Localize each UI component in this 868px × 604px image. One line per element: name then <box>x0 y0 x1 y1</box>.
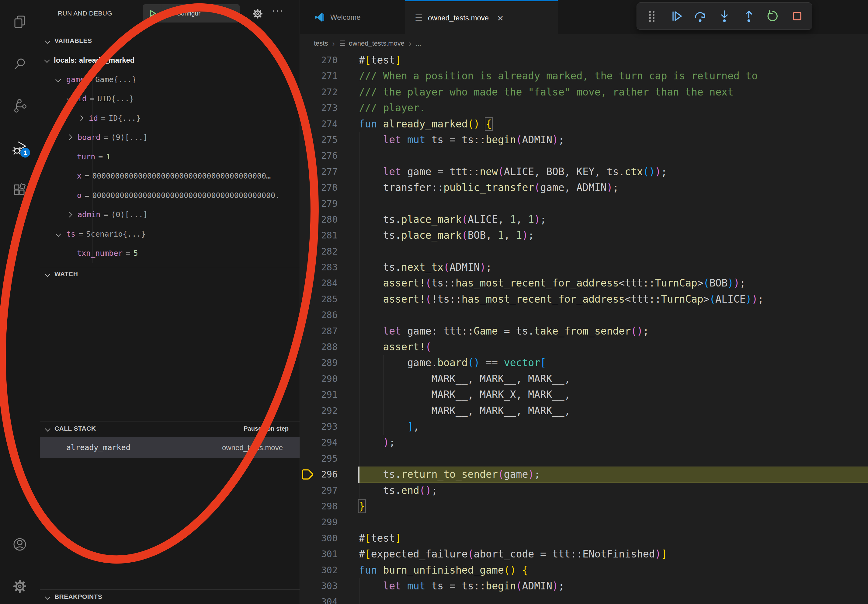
code-line[interactable]: 289 game.board() == vector[ <box>300 355 868 371</box>
breakpoint-gutter[interactable] <box>300 259 318 275</box>
breakpoint-gutter[interactable] <box>300 148 318 164</box>
breadcrumb-item[interactable]: ... <box>416 40 421 48</box>
variable-row[interactable]: id=ID{...} <box>40 108 299 128</box>
code-line[interactable]: 283 ts.next_tx(ADMIN); <box>300 259 868 275</box>
code-line[interactable]: 274fun already_marked() { <box>300 116 868 132</box>
breakpoint-gutter[interactable] <box>300 530 318 546</box>
code-line[interactable]: 301#[expected_failure(abort_code = ttt::… <box>300 546 868 562</box>
code-editor[interactable]: 270#[test]271/// When a position is alre… <box>300 52 868 604</box>
code-line[interactable]: 270#[test] <box>300 52 868 68</box>
breakpoint-gutter[interactable] <box>300 116 318 132</box>
code-line[interactable]: 279 <box>300 196 868 212</box>
code-line[interactable]: 296 ts.return_to_sender(game); <box>300 466 868 482</box>
breakpoint-gutter[interactable] <box>300 403 318 419</box>
code-line[interactable]: 271/// When a position is already marked… <box>300 68 868 84</box>
code-line[interactable]: 272/// the player who made the "false" m… <box>300 84 868 100</box>
breakpoint-gutter[interactable] <box>300 578 318 594</box>
code-line[interactable]: 292 MARK__, MARK__, MARK__, <box>300 403 868 419</box>
breakpoint-gutter[interactable] <box>300 212 318 228</box>
breakpoint-gutter[interactable] <box>300 323 318 339</box>
code-line[interactable]: 282 <box>300 244 868 259</box>
code-line[interactable]: 273/// player. <box>300 100 868 116</box>
variable-row[interactable]: board=(9)[...] <box>40 128 299 147</box>
call-stack-frame[interactable]: already_marked owned_tests.move <box>40 437 299 458</box>
code-line[interactable]: 275 let mut ts = ts::begin(ADMIN); <box>300 132 868 148</box>
code-line[interactable]: 297 ts.end(); <box>300 483 868 499</box>
breakpoint-gutter[interactable] <box>300 68 318 84</box>
variable-row[interactable]: ts=Scenario{...} <box>40 225 299 244</box>
variable-row[interactable]: id=UID{...} <box>40 89 299 108</box>
code-line[interactable]: 288 assert!( <box>300 339 868 355</box>
breakpoint-gutter[interactable] <box>300 52 318 68</box>
code-line[interactable]: 298} <box>300 499 868 514</box>
close-icon[interactable]: × <box>497 13 503 23</box>
breakpoint-gutter[interactable] <box>300 275 318 291</box>
breakpoint-gutter[interactable] <box>300 180 318 195</box>
extensions-icon[interactable] <box>12 183 27 197</box>
variable-row[interactable]: locals: already_marked <box>40 51 299 70</box>
breakpoint-gutter[interactable] <box>300 371 318 387</box>
code-line[interactable]: 287 let game: ttt::Game = ts.take_from_s… <box>300 323 868 339</box>
breakpoint-gutter[interactable] <box>300 244 318 259</box>
breakpoint-gutter[interactable] <box>300 451 318 466</box>
code-line[interactable]: 284 assert!(ts::has_most_recent_for_addr… <box>300 275 868 291</box>
code-line[interactable]: 276 <box>300 148 868 164</box>
debug-settings-gear-icon[interactable] <box>252 8 264 21</box>
code-line[interactable]: 299 <box>300 514 868 530</box>
variable-row[interactable]: txn_number=5 <box>40 244 299 263</box>
tab-welcome[interactable]: Welcome <box>305 0 405 34</box>
tab-owned-tests[interactable]: ☰ owned_tests.move × <box>405 0 558 34</box>
breakpoint-gutter[interactable] <box>300 483 318 499</box>
breakpoint-gutter[interactable] <box>300 164 318 180</box>
breakpoint-gutter[interactable] <box>300 339 318 355</box>
code-line[interactable]: 278 transfer::public_transfer(game, ADMI… <box>300 180 868 195</box>
breakpoint-gutter[interactable] <box>300 594 318 604</box>
code-line[interactable]: 300#[test] <box>300 530 868 546</box>
explorer-icon[interactable] <box>12 15 27 29</box>
breakpoint-gutter[interactable] <box>300 196 318 212</box>
code-line[interactable]: 293 ], <box>300 419 868 435</box>
variable-row[interactable]: game=Game{...} <box>40 70 299 90</box>
code-line[interactable]: 302fun burn_unfinished_game() { <box>300 562 868 578</box>
breakpoint-gutter[interactable] <box>300 228 318 243</box>
code-line[interactable]: 303 let mut ts = ts::begin(ADMIN); <box>300 578 868 594</box>
restart-icon[interactable] <box>765 9 780 24</box>
run-and-debug-icon[interactable]: 1 <box>12 141 27 155</box>
breakpoint-gutter[interactable] <box>300 84 318 100</box>
step-into-icon[interactable] <box>717 9 732 24</box>
step-over-icon[interactable] <box>693 9 708 24</box>
code-line[interactable]: 277 let game = ttt::new(ALICE, BOB, KEY,… <box>300 164 868 180</box>
breakpoint-gutter[interactable] <box>300 132 318 148</box>
breadcrumb-item[interactable]: tests <box>314 40 328 48</box>
debug-config-dropdown[interactable]: No Configur <box>143 4 240 23</box>
step-out-icon[interactable] <box>741 9 756 24</box>
drag-grip-icon[interactable] <box>644 9 659 24</box>
breakpoint-gutter[interactable] <box>300 387 318 403</box>
variable-row[interactable]: turn=1 <box>40 147 299 167</box>
code-line[interactable]: 295 <box>300 451 868 466</box>
breakpoint-gutter[interactable] <box>300 419 318 435</box>
code-line[interactable]: 290 MARK__, MARK__, MARK__, <box>300 371 868 387</box>
breakpoint-gutter[interactable] <box>300 562 318 578</box>
breakpoint-gutter[interactable] <box>300 499 318 514</box>
breadcrumb-item[interactable]: owned_tests.move <box>349 40 405 48</box>
breakpoints-section-header[interactable]: BREAKPOINTS <box>40 590 299 603</box>
variable-row[interactable]: admin=(0)[...] <box>40 205 299 225</box>
settings-gear-icon[interactable] <box>12 579 27 594</box>
variable-row[interactable]: x=00000000000000000000000000000000000000… <box>40 166 299 186</box>
code-line[interactable]: 286 <box>300 307 868 323</box>
code-line[interactable]: 285 assert!(!ts::has_most_recent_for_add… <box>300 291 868 307</box>
watch-section-header[interactable]: WATCH <box>40 267 299 281</box>
variable-row[interactable]: o=00000000000000000000000000000000000000… <box>40 186 299 205</box>
code-line[interactable]: 291 MARK__, MARK_X, MARK__, <box>300 387 868 403</box>
breakpoint-gutter[interactable] <box>300 291 318 307</box>
code-line[interactable]: 304 <box>300 594 868 604</box>
breakpoint-gutter[interactable] <box>300 546 318 562</box>
variables-section-header[interactable]: VARIABLES <box>40 34 299 48</box>
breakpoint-gutter[interactable] <box>300 355 318 371</box>
search-icon[interactable] <box>12 57 27 71</box>
breakpoint-gutter[interactable] <box>300 514 318 530</box>
source-control-icon[interactable] <box>12 99 27 113</box>
continue-icon[interactable] <box>668 9 684 24</box>
breakpoint-gutter[interactable] <box>300 435 318 451</box>
